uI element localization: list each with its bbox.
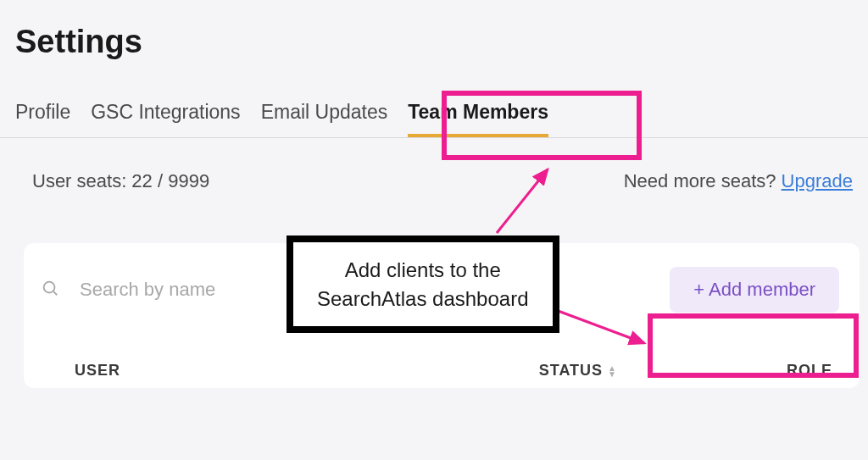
search-icon bbox=[41, 279, 59, 301]
svg-line-1 bbox=[53, 291, 57, 295]
svg-point-0 bbox=[44, 282, 55, 293]
annotation-line-2: SearchAtlas dashboard bbox=[317, 285, 529, 313]
table-header: USER STATUS ▲▼ ROLE bbox=[24, 336, 860, 388]
tab-email-updates[interactable]: Email Updates bbox=[261, 101, 388, 137]
annotation-callout: Add clients to the SearchAtlas dashboard bbox=[287, 236, 559, 333]
add-member-button[interactable]: + Add member bbox=[670, 267, 839, 313]
upgrade-link[interactable]: Upgrade bbox=[782, 170, 853, 191]
page-title: Settings bbox=[0, 0, 868, 60]
seats-row: User seats: 22 / 9999 Need more seats? U… bbox=[0, 138, 868, 192]
upgrade-prompt: Need more seats? Upgrade bbox=[624, 170, 853, 192]
column-status-label: STATUS bbox=[539, 362, 603, 380]
column-user[interactable]: USER bbox=[75, 362, 539, 380]
column-role[interactable]: ROLE bbox=[787, 362, 832, 380]
column-status[interactable]: STATUS ▲▼ bbox=[539, 362, 617, 380]
upgrade-prompt-text: Need more seats? bbox=[624, 170, 782, 191]
seats-count: User seats: 22 / 9999 bbox=[32, 170, 209, 192]
tab-profile[interactable]: Profile bbox=[15, 101, 70, 137]
annotation-line-1: Add clients to the bbox=[317, 256, 529, 285]
tab-team-members[interactable]: Team Members bbox=[408, 101, 548, 137]
tabs-container: Profile GSC Integrations Email Updates T… bbox=[0, 60, 868, 138]
tab-gsc-integrations[interactable]: GSC Integrations bbox=[91, 101, 240, 137]
sort-icon: ▲▼ bbox=[608, 365, 617, 377]
